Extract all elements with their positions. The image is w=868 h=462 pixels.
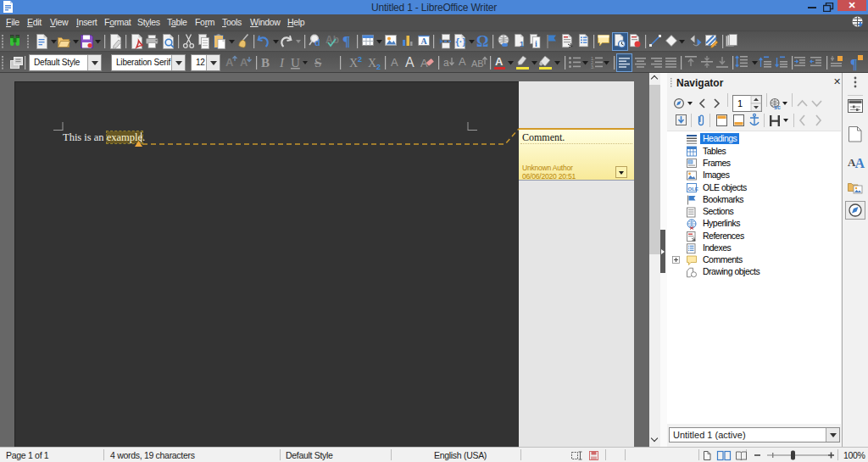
- svg-text:sc: sc: [774, 104, 781, 110]
- svg-text:A: A: [240, 56, 248, 69]
- svg-text:S: S: [314, 56, 321, 70]
- svg-text:A: A: [391, 56, 398, 69]
- svg-text:2: 2: [358, 55, 362, 64]
- svg-text:i: i: [535, 39, 537, 48]
- svg-text:A: A: [855, 156, 865, 170]
- svg-text:{·}: {·}: [456, 36, 467, 47]
- svg-text:X: X: [368, 57, 376, 70]
- svg-text:B: B: [261, 56, 270, 70]
- svg-text:Ω: Ω: [476, 33, 488, 50]
- svg-text:A: A: [421, 36, 428, 46]
- svg-text:¶: ¶: [342, 33, 350, 49]
- svg-text:AB: AB: [471, 58, 484, 69]
- svg-text:3.: 3.: [591, 64, 595, 70]
- svg-text:X: X: [349, 57, 358, 70]
- svg-text:d: d: [314, 37, 320, 47]
- svg-text:2: 2: [376, 63, 381, 71]
- svg-text:1: 1: [737, 98, 743, 109]
- svg-text:¶: ¶: [850, 57, 858, 71]
- svg-text:A: A: [495, 55, 504, 68]
- svg-text:A: A: [459, 55, 466, 68]
- svg-text:a: a: [443, 57, 449, 69]
- svg-text:A: A: [405, 55, 415, 70]
- svg-text:U: U: [291, 56, 300, 70]
- svg-text:I: I: [279, 56, 285, 70]
- svg-text:OLE: OLE: [688, 186, 698, 192]
- svg-text:1: 1: [520, 40, 524, 48]
